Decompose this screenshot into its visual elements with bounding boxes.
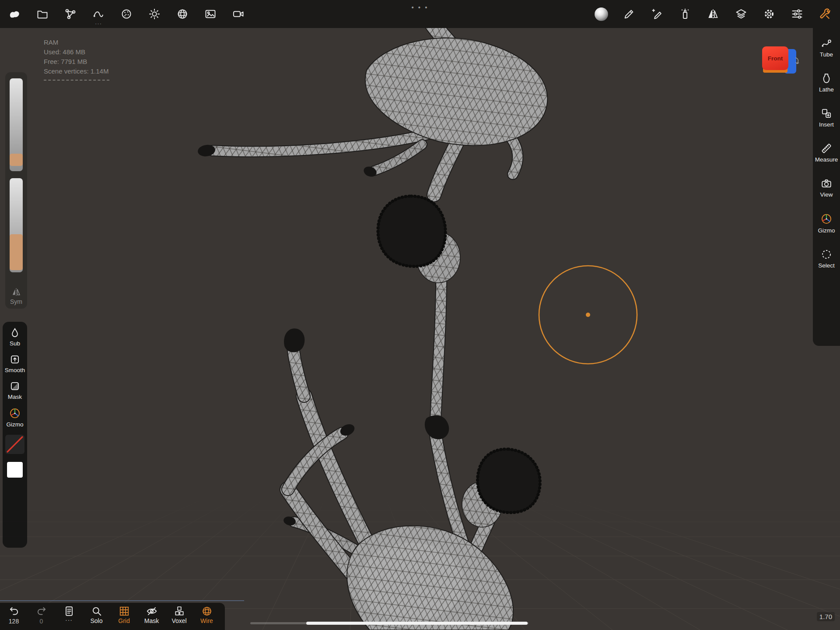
app-menu-button[interactable] (6, 5, 23, 23)
insert-shapes-icon (821, 108, 832, 119)
mask-visibility-toggle[interactable]: Mask (138, 605, 165, 624)
falloff-curve-button[interactable] (5, 435, 24, 454)
stroke-more-dots: ··· (95, 21, 102, 26)
active-color-swatch[interactable] (7, 462, 23, 478)
tool-smooth[interactable]: Smooth (5, 354, 25, 373)
video-camera-icon (232, 8, 245, 20)
matcap-button[interactable] (592, 5, 610, 23)
stats-block: RAM Used: 486 MB Free: 7791 MB Scene ver… (44, 38, 109, 81)
tool-smooth-label: Smooth (5, 367, 25, 373)
tool-insert[interactable]: Insert (819, 108, 834, 128)
cube-front-label: Front (768, 55, 783, 62)
wireframe-sphere-icon (201, 605, 213, 617)
tool-measure-label: Measure (815, 156, 838, 163)
topbar-drag-handle[interactable]: • • • (411, 4, 428, 11)
right-tool-panel: Tube Lathe Insert Measure View Gizmo S (813, 28, 840, 346)
gizmo-axes-icon (9, 407, 21, 419)
tool-insert-label: Insert (819, 121, 834, 128)
stroke-icon (92, 8, 105, 20)
voxel-cubes-icon (174, 605, 185, 617)
radius-slider-handle[interactable] (10, 154, 23, 166)
cube-front-face[interactable]: Front (762, 46, 788, 70)
background-image-button[interactable] (202, 5, 219, 23)
falloff-button[interactable] (118, 5, 135, 23)
topology-tools-button[interactable] (816, 5, 834, 23)
tool-tube-label: Tube (820, 51, 833, 58)
tool-sub[interactable]: Sub (9, 327, 21, 347)
interface-sliders-button[interactable] (788, 5, 806, 23)
wrench-screwdriver-icon (819, 7, 832, 21)
top-toolbar: ··· • • • (0, 0, 840, 28)
grid-toggle[interactable]: Grid (110, 605, 138, 624)
scene-graph-button[interactable] (62, 5, 79, 23)
tool-mask[interactable]: Mask (8, 380, 22, 400)
environment-button[interactable] (174, 5, 191, 23)
wire-label: Wire (200, 618, 213, 624)
paint-pencil-icon (651, 8, 663, 20)
tool-select[interactable]: Select (818, 249, 835, 269)
redo-icon (36, 605, 47, 617)
pencil-tool-button[interactable] (620, 5, 638, 23)
tool-mask-label: Mask (8, 394, 22, 400)
voxel-remesh-button[interactable]: Voxel (165, 605, 193, 624)
tool-tube[interactable]: Tube (820, 38, 833, 58)
redo-button[interactable]: 0 (28, 605, 55, 625)
stats-used: Used: 486 MB (44, 47, 109, 57)
wireframe-toggle[interactable]: Wire (193, 605, 220, 624)
spray-icon (679, 8, 691, 20)
stats-vertices: Scene vertices: 1.14M (44, 67, 109, 76)
tool-measure[interactable]: Measure (815, 143, 838, 163)
folder-icon (36, 8, 49, 20)
radius-slider[interactable] (10, 78, 23, 171)
stroke-settings-button[interactable]: ··· (90, 5, 107, 23)
spray-tool-button[interactable] (676, 5, 694, 23)
viewport-canvas[interactable] (0, 0, 840, 630)
layers-icon (735, 8, 747, 20)
files-button[interactable] (34, 5, 51, 23)
lighting-button[interactable] (146, 5, 163, 23)
symmetry-label: Sym (5, 298, 27, 305)
settings-button[interactable] (760, 5, 778, 23)
gear-icon (763, 8, 775, 20)
symmetry-toggle[interactable]: Sym (5, 287, 27, 305)
layers-button[interactable] (732, 5, 750, 23)
paint-tool-button[interactable] (648, 5, 666, 23)
tool-view[interactable]: View (820, 178, 833, 198)
voxel-label: Voxel (172, 618, 186, 624)
zoom-level: 1.70 (817, 612, 835, 621)
intensity-slider-handle[interactable] (10, 234, 23, 270)
cube-rotate-arrow-icon[interactable] (794, 57, 801, 65)
solo-toggle[interactable]: Solo (83, 605, 110, 624)
tool-lathe[interactable]: Lathe (819, 73, 834, 93)
matcap-sphere-icon (595, 7, 608, 21)
grid-label: Grid (118, 618, 130, 624)
undo-button[interactable]: 128 (0, 605, 28, 625)
undo-count: 128 (9, 618, 19, 625)
timeline-scrollbar-thumb[interactable] (306, 622, 528, 625)
orientation-cube[interactable]: Front (761, 44, 802, 81)
brush-cursor (539, 266, 637, 364)
mirror-button[interactable] (704, 5, 722, 23)
dotted-sphere-icon (120, 8, 133, 20)
stats-divider (44, 80, 109, 81)
bottom-toolbar: 128 0 ··· Solo Grid Mask Voxel (0, 603, 225, 630)
tool-gizmo-right[interactable]: Gizmo (818, 213, 835, 234)
tool-gizmo-label: Gizmo (6, 421, 23, 428)
tool-gizmo[interactable]: Gizmo (6, 407, 23, 428)
intensity-slider[interactable] (10, 178, 23, 272)
stats-free: Free: 7791 MB (44, 57, 109, 67)
redo-count: 0 (40, 618, 43, 625)
camera-button[interactable] (230, 5, 247, 23)
history-files-button[interactable]: ··· (55, 605, 83, 622)
grid-icon (119, 605, 130, 617)
nomad-logo-icon (8, 7, 21, 21)
magnifier-icon (91, 605, 102, 617)
eye-off-icon (146, 605, 158, 617)
nodes-icon (64, 8, 77, 20)
droplet-icon (9, 327, 21, 338)
tool-gizmo-right-label: Gizmo (818, 227, 835, 234)
square-arrow-up-icon (9, 354, 21, 365)
sliders-icon (791, 8, 803, 20)
pencil-icon (623, 8, 635, 20)
mirror-icon (707, 8, 719, 20)
